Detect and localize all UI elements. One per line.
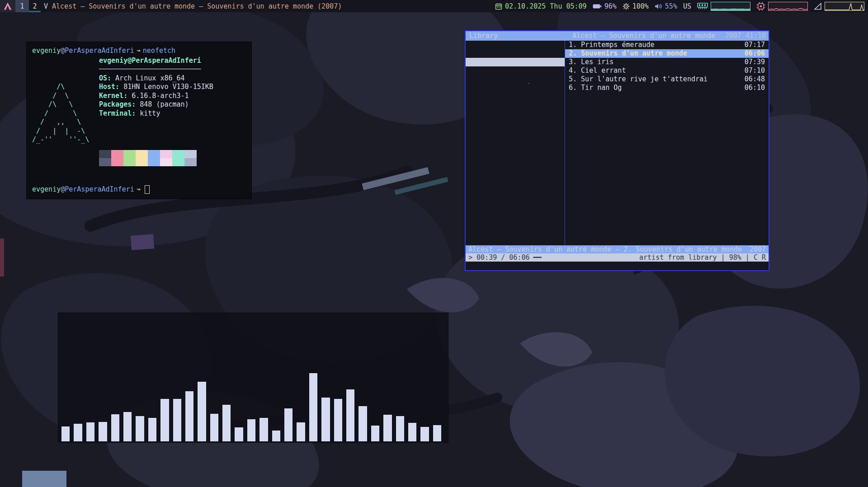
viz-bar: [297, 422, 305, 441]
memory-icon: [697, 2, 708, 10]
brightness-widget[interactable]: 100%: [623, 2, 649, 10]
track-number: 1.: [569, 41, 581, 49]
palette-swatch: [136, 150, 148, 158]
terminal-window[interactable]: evgeniy@PerAsperaAdInferi↝neofetch /\ / …: [26, 42, 252, 199]
palette-swatch: [148, 150, 160, 158]
neofetch-info-line: Packages:848 (pacman): [99, 100, 213, 109]
track-row[interactable]: 1. Printemps émeraude07:17: [565, 41, 769, 49]
palette-swatch: [123, 158, 136, 166]
library-item[interactable]: Opale: [466, 118, 565, 126]
terminal-cursor: [145, 185, 150, 194]
player-status-bar: > 00:39 / 06:06 ━━ artist from library |…: [466, 253, 769, 262]
library-item[interactable]: Alcest: [466, 41, 565, 49]
palette-swatch: [172, 150, 184, 158]
track-row[interactable]: 6. Tir nan Og06:10: [565, 84, 769, 92]
library-item[interactable]: Spiritual Instinct: [466, 152, 565, 161]
viz-bar: [136, 416, 144, 441]
cpu-widget[interactable]: [756, 2, 808, 11]
memory-widget[interactable]: [697, 2, 750, 11]
workspace-2[interactable]: 2: [29, 0, 41, 12]
library-item[interactable]: Souvenirs d'un autre…: [466, 58, 565, 66]
tracklist-pane[interactable]: 1. Printemps émeraude07:17 2. Souvenirs …: [565, 41, 769, 245]
library-item[interactable]: Les voyages de l'âme: [466, 109, 565, 118]
cpu-icon: [756, 2, 765, 11]
track-duration: 07:39: [745, 58, 765, 66]
track-title: Les iris: [581, 58, 613, 66]
system-tray: 02.10.2025 Thu 05:09 96%: [495, 0, 868, 12]
viz-bar: [247, 419, 255, 441]
workspace-1[interactable]: 1: [15, 0, 29, 12]
library-item[interactable]: Les chants de l'auro…: [466, 161, 565, 169]
tab-library[interactable]: Library: [466, 32, 498, 40]
library-item[interactable]: Autre temps: [466, 84, 565, 92]
track-row[interactable]: 5. Sur l'autre rive je t'attendrai06:48: [565, 75, 769, 84]
arch-logo-icon: [0, 0, 15, 12]
library-item[interactable]: Angmar: [466, 169, 565, 178]
terminal-color-palette: [99, 150, 246, 166]
viz-bar: [61, 426, 70, 441]
palette-swatch: [111, 150, 123, 158]
track-title: Printemps émeraude: [581, 41, 655, 49]
prompt-at: @: [61, 47, 65, 55]
library-item[interactable]: BBC Live Session: [466, 101, 565, 109]
palette-swatch: [184, 150, 197, 158]
battery-widget[interactable]: 96%: [593, 2, 617, 10]
memory-graph: [711, 2, 750, 11]
track-row[interactable]: 2. Souvenirs d'un autre monde06:06: [565, 49, 769, 58]
focused-window-title: Alcest – Souvenirs d'un autre monde – So…: [52, 2, 342, 10]
track-duration: 07:10: [745, 66, 765, 75]
library-item[interactable]: Écailles de lune: [466, 75, 565, 84]
arch-ascii-logo: /\ / \ /\ \ / \ / ,, \ / | | -\/_-'' ''-…: [32, 56, 99, 145]
track-number: 4.: [569, 66, 581, 75]
neofetch-info: evgeniy@PerAsperaAdInferi ──────────────…: [99, 56, 213, 145]
track-title: Souvenirs d'un autre monde: [581, 49, 687, 58]
library-item[interactable]: Le Secret: [466, 92, 565, 101]
status-bar: 1 2 V Alcest – Souvenirs d'un autre mond…: [0, 0, 868, 12]
neofetch-info-line: OS:Arch Linux x86_64: [99, 74, 213, 83]
viz-bar: [383, 415, 392, 441]
viz-bar: [284, 408, 292, 441]
track-duration: 06:06: [745, 49, 765, 58]
progress-indicator[interactable]: ━━: [533, 253, 541, 262]
library-item[interactable]: Aux funérailles du m…: [466, 49, 565, 58]
track-duration: 07:17: [745, 41, 765, 49]
library-item[interactable]: Les Discrets / Alcest: [466, 66, 565, 75]
player-header-album: Alcest – Souvenirs d'un autre monde: [572, 32, 715, 40]
workspace-2-underline: [29, 11, 41, 12]
palette-swatch: [148, 158, 160, 166]
keyboard-layout: US: [683, 2, 691, 10]
visualizer-window: [58, 313, 448, 443]
palette-swatch: [123, 150, 136, 158]
track-title: Tir nan Og: [581, 84, 622, 92]
viz-bar: [99, 422, 107, 441]
prompt-arrow-icon: ↝: [134, 47, 143, 55]
track-row[interactable]: 3. Les iris07:39: [565, 58, 769, 66]
brightness-percent: 100%: [632, 2, 649, 10]
workspace-2-label: 2: [33, 2, 37, 10]
library-item[interactable]: Les Discrets: [466, 178, 565, 187]
keyboard-layout-widget[interactable]: US: [683, 2, 691, 10]
clock-widget[interactable]: 02.10.2025 Thu 05:09: [495, 2, 587, 10]
viz-bar: [408, 423, 416, 441]
library-item[interactable]: Shelter: [466, 126, 565, 135]
volume-percent: 55%: [665, 2, 677, 10]
volume-widget[interactable]: 55%: [655, 2, 677, 10]
player-footer: Alcest – Souvenirs d'un autre monde – 2.…: [466, 245, 769, 262]
library-item[interactable]: Kodama: [466, 135, 565, 144]
now-playing-year: 2007: [750, 245, 766, 253]
viz-bar: [74, 424, 82, 441]
library-pane[interactable]: Alcest Aux funérailles du m… Souvenirs d…: [466, 41, 565, 245]
track-row[interactable]: 4. Ciel errant07:10: [565, 66, 769, 75]
track-duration: 06:10: [745, 84, 765, 92]
network-widget[interactable]: [814, 2, 864, 11]
library-item[interactable]: Protection EP – Excl…: [466, 144, 565, 152]
typed-command: neofetch: [143, 47, 175, 55]
viz-bar: [321, 398, 330, 441]
track-number: 5.: [569, 75, 581, 84]
network-graph: [825, 2, 864, 11]
palette-swatch: [184, 158, 197, 166]
viz-bar: [111, 414, 119, 441]
viz-bar: [396, 416, 404, 441]
terminal-input-line[interactable]: evgeniy@PerAsperaAdInferi↝: [32, 185, 246, 194]
track-number: 3.: [569, 58, 581, 66]
